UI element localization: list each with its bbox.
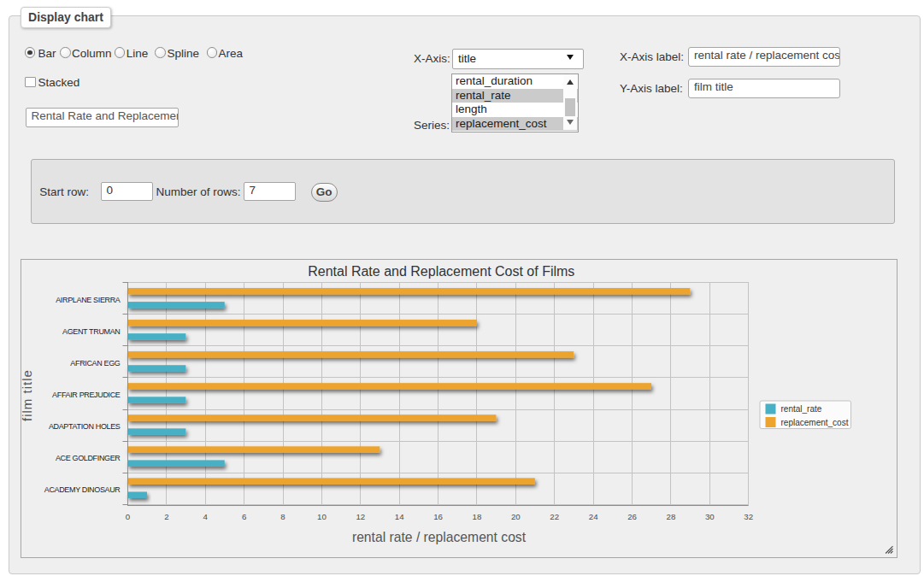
svg-text:ADAPTATION HOLES: ADAPTATION HOLES [49,422,121,431]
svg-text:12: 12 [356,512,365,521]
svg-text:10: 10 [317,512,327,521]
svg-text:20: 20 [511,512,521,521]
svg-text:32: 32 [744,512,753,521]
svg-text:4: 4 [203,512,209,521]
svg-text:0: 0 [126,512,131,521]
svg-text:rental_rate: rental_rate [781,404,822,414]
svg-text:AIRPLANE SIERRA: AIRPLANE SIERRA [56,296,121,304]
svg-text:ACADEMY DINOSAUR: ACADEMY DINOSAUR [44,485,121,494]
svg-text:film title: film title [21,369,35,421]
svg-text:28: 28 [667,512,676,521]
svg-text:16: 16 [433,512,443,521]
svg-text:2: 2 [164,512,168,521]
svg-text:AGENT TRUMAN: AGENT TRUMAN [62,327,120,336]
svg-text:8: 8 [280,512,285,521]
svg-text:Rental Rate and Replacement Co: Rental Rate and Replacement Cost of Film… [308,264,574,279]
svg-text:AFFAIR PREJUDICE: AFFAIR PREJUDICE [52,391,121,399]
svg-text:24: 24 [589,512,598,521]
svg-text:14: 14 [395,512,404,521]
svg-text:6: 6 [242,512,246,521]
svg-text:replacement_cost: replacement_cost [781,418,849,427]
svg-text:rental rate / replacement cost: rental rate / replacement cost [352,530,527,544]
svg-text:26: 26 [627,512,637,521]
svg-text:ACE GOLDFINGER: ACE GOLDFINGER [56,454,121,462]
svg-text:22: 22 [550,512,559,521]
svg-text:30: 30 [705,512,715,521]
svg-text:18: 18 [473,512,482,521]
svg-text:AFRICAN EGG: AFRICAN EGG [70,359,121,367]
